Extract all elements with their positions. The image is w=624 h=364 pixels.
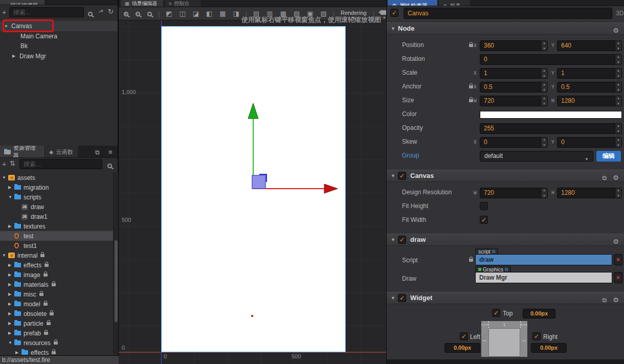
tab-scene-editor[interactable]: ▦ 场景编辑器	[121, 0, 164, 7]
draw-remove-button[interactable]: ×	[614, 272, 622, 283]
asset-item-model-13[interactable]: ▶model	[0, 299, 118, 309]
tab-assets[interactable]: 资源管理器	[0, 146, 45, 158]
prop-opacity-input[interactable]: 255▲▼	[480, 123, 622, 134]
prop-scale-y-input[interactable]: 1▲▼	[557, 68, 622, 79]
prop-color-swatch[interactable]	[480, 111, 622, 119]
prop-design-resolution-w-input[interactable]: 720▲▼	[480, 188, 548, 198]
spin-down-icon[interactable]: ▼	[617, 130, 620, 133]
expand-arrow-icon[interactable]: ▶	[8, 272, 14, 277]
prop-anchor-y-input[interactable]: 0.5▲▼	[557, 82, 622, 93]
external-link-icon[interactable]: ⧉	[505, 267, 508, 272]
canvas-copy-icon[interactable]: ⧉	[602, 172, 607, 184]
asset-item-test-6[interactable]: test	[0, 231, 118, 241]
widget-alignment-diagram[interactable]: ↕ ↔ ↔	[481, 321, 527, 357]
script-remove-button[interactable]: ×	[614, 254, 622, 265]
canvas-section-header[interactable]: ▼ ✓ Canvas ⧉ ⚙	[387, 170, 624, 182]
collapse-arrow-icon[interactable]: ▼	[391, 296, 395, 301]
align-top-icon[interactable]: ◩	[166, 10, 172, 17]
spinner-arrows[interactable]: ▲▼	[615, 96, 621, 106]
spin-up-icon[interactable]: ▲	[543, 138, 546, 141]
prop-rotation-input[interactable]: 0▲▼	[480, 54, 622, 65]
assets-menu-icon[interactable]: ≡	[108, 148, 113, 156]
tab-hierarchy[interactable]: ≡ 层级管理器	[0, 0, 45, 5]
move-gizmo[interactable]	[215, 97, 343, 199]
assets-search-input[interactable]: 搜索...	[19, 159, 102, 169]
tab-cloud-functions[interactable]: ◈ 云函数	[45, 146, 79, 158]
asset-item-migration-1[interactable]: ▶migration	[0, 183, 118, 192]
node-section-header[interactable]: ▼ Node ⚙	[387, 22, 624, 35]
spin-up-icon[interactable]: ▲	[617, 189, 620, 192]
expand-arrow-icon[interactable]: ▶	[15, 350, 21, 355]
node-name-input[interactable]: Canvas	[404, 8, 612, 19]
spinner-arrows[interactable]: ▲▼	[615, 41, 621, 51]
assets-sort-icon[interactable]: ⇅	[10, 160, 15, 167]
assets-search-icon[interactable]	[107, 161, 112, 170]
zoom-in-icon[interactable]: +	[124, 9, 128, 18]
assets-scrollbar[interactable]	[113, 173, 118, 354]
spin-up-icon[interactable]: ▲	[617, 41, 620, 44]
collapse-arrow-icon[interactable]: ▼	[391, 27, 395, 31]
expand-arrow-icon[interactable]: ▶	[8, 224, 14, 229]
spin-down-icon[interactable]: ▼	[617, 47, 620, 50]
asset-item-resources-17[interactable]: ▼resources	[0, 338, 118, 348]
spin-down-icon[interactable]: ▼	[543, 47, 546, 50]
spin-down-icon[interactable]: ▼	[617, 61, 620, 64]
asset-item-materials-11[interactable]: ▶materials	[0, 280, 118, 289]
spin-up-icon[interactable]: ▲	[617, 83, 620, 86]
asset-item-assets-0[interactable]: ▼assets	[0, 173, 118, 183]
assets-add-button[interactable]: +	[2, 161, 6, 168]
expand-arrow-icon[interactable]: ▼	[8, 195, 14, 199]
spinner-arrows[interactable]: ▲▼	[615, 69, 621, 78]
node-active-checkbox[interactable]: ✓	[390, 9, 398, 17]
spinner-arrows[interactable]: ▲▼	[541, 41, 547, 51]
spinner-arrows[interactable]: ▲▼	[615, 138, 621, 147]
align-left-icon[interactable]: ◧	[206, 10, 212, 17]
prop-fit-width-checkbox[interactable]: ✓	[480, 216, 488, 224]
draw-reference-field[interactable]: Draw Mgr	[475, 272, 612, 283]
spinner-arrows[interactable]: ▲▼	[541, 96, 547, 106]
prop-fit-height-checkbox[interactable]	[480, 202, 488, 210]
hierarchy-search-input[interactable]: 搜索...	[9, 7, 84, 17]
asset-item-textures-5[interactable]: ▶textures	[0, 221, 118, 231]
spin-down-icon[interactable]: ▼	[543, 194, 546, 197]
widget-section-header[interactable]: ▼ ✓ Widget ⧉ ⚙	[387, 292, 624, 304]
widget-copy-icon[interactable]: ⧉	[602, 294, 607, 306]
spin-up-icon[interactable]: ▲	[617, 55, 620, 58]
spin-up-icon[interactable]: ▲	[543, 97, 546, 100]
tab-console[interactable]: ≡ 控制台	[165, 0, 202, 7]
spin-down-icon[interactable]: ▼	[617, 75, 620, 78]
draw-gear-icon[interactable]: ⚙	[613, 236, 619, 247]
widget-right-input[interactable]: 0.00px	[531, 343, 567, 353]
expand-arrow-icon[interactable]: ▼	[2, 175, 8, 180]
spinner-arrows[interactable]: ▲▼	[541, 188, 547, 198]
asset-item-draw-3[interactable]: JSdraw	[0, 202, 118, 212]
hierarchy-node-draw-mgr[interactable]: ▶Draw Mgr	[0, 51, 118, 61]
asset-item-scripts-2[interactable]: ▼scripts	[0, 192, 118, 202]
align-center-icon[interactable]: ▦	[219, 10, 226, 17]
inspector-bottom-scrollbar[interactable]	[387, 359, 624, 364]
canvas-gear-icon[interactable]: ⚙	[613, 172, 619, 184]
spin-up-icon[interactable]: ▲	[617, 97, 620, 100]
prop-group-edit-button[interactable]: 编辑	[596, 151, 621, 162]
asset-item-prefab-16[interactable]: ▶prefab	[0, 328, 118, 338]
prop-position-y-input[interactable]: 640▲▼	[557, 40, 622, 51]
spin-up-icon[interactable]: ▲	[617, 138, 620, 141]
align-bottom-icon[interactable]: ◪	[193, 10, 199, 17]
spin-up-icon[interactable]: ▲	[543, 69, 546, 72]
spin-up-icon[interactable]: ▲	[543, 41, 546, 44]
zoom-out-icon[interactable]: −	[136, 9, 140, 18]
canvas-enabled-checkbox[interactable]: ✓	[398, 172, 406, 180]
mode-3d-toggle[interactable]: 3D	[616, 10, 623, 17]
asset-item-obsolete-14[interactable]: ▶obsolete	[0, 309, 118, 318]
prop-group-dropdown[interactable]: default▼	[480, 151, 593, 162]
widget-left-checkbox[interactable]: ✓	[460, 332, 468, 340]
expand-arrow-icon[interactable]: ▶	[8, 321, 14, 326]
prop-skew-x-input[interactable]: 0▲▼	[480, 137, 548, 148]
draw-enabled-checkbox[interactable]: ✓	[398, 236, 406, 244]
hierarchy-locate-icon[interactable]: ↗	[97, 7, 104, 16]
widget-top-checkbox[interactable]: ✓	[492, 309, 500, 317]
prop-anchor-x-input[interactable]: 0.5▲▼	[480, 82, 548, 93]
collapse-arrow-icon[interactable]: ▼	[391, 238, 395, 242]
prop-design-resolution-h-input[interactable]: 1280▲▼	[557, 188, 622, 198]
prop-size-h-input[interactable]: 1280▲▼	[557, 96, 622, 106]
